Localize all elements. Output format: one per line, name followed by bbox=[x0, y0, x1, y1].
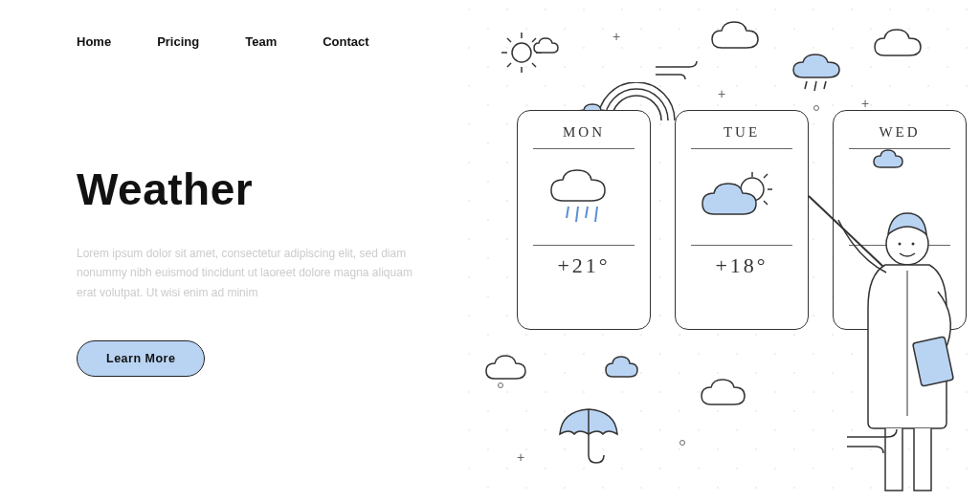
divider bbox=[691, 245, 792, 246]
page-title: Weather bbox=[77, 164, 459, 215]
nav-home[interactable]: Home bbox=[77, 34, 111, 49]
sparkle-icon: + bbox=[612, 29, 620, 44]
temperature-value: +18° bbox=[685, 253, 798, 278]
svg-point-24 bbox=[912, 243, 915, 246]
top-nav: Home Pricing Team Contact bbox=[77, 34, 459, 49]
dot-icon bbox=[498, 382, 503, 388]
weather-rain-icon bbox=[527, 149, 640, 245]
wind-icon bbox=[842, 426, 909, 459]
day-label: WED bbox=[843, 124, 956, 141]
nav-team[interactable]: Team bbox=[245, 34, 277, 49]
rain-cloud-blue-icon bbox=[790, 53, 857, 100]
nav-pricing[interactable]: Pricing bbox=[157, 34, 199, 49]
svg-line-11 bbox=[824, 81, 826, 89]
small-cloud-icon bbox=[531, 36, 569, 60]
svg-point-23 bbox=[899, 243, 902, 246]
weather-partly-cloudy-icon bbox=[685, 149, 798, 245]
svg-line-14 bbox=[586, 207, 588, 218]
cloud-outline-icon bbox=[871, 27, 938, 65]
cloud-icon bbox=[483, 354, 541, 387]
svg-line-12 bbox=[567, 207, 568, 218]
dot-icon bbox=[679, 440, 685, 446]
day-label: TUE bbox=[685, 124, 798, 141]
cloud-icon bbox=[699, 378, 761, 414]
day-label: MON bbox=[527, 124, 640, 141]
svg-line-7 bbox=[507, 63, 511, 67]
svg-line-15 bbox=[595, 207, 597, 222]
svg-line-9 bbox=[805, 81, 807, 89]
sparkle-icon: + bbox=[517, 449, 524, 465]
svg-line-10 bbox=[814, 81, 816, 91]
divider bbox=[533, 245, 635, 246]
sparkle-icon: + bbox=[718, 86, 725, 101]
svg-line-6 bbox=[532, 63, 536, 67]
forecast-card-tue: TUE +18° bbox=[675, 110, 809, 330]
svg-line-20 bbox=[764, 201, 768, 205]
svg-line-19 bbox=[764, 174, 768, 178]
hero-panel: Home Pricing Team Contact Weather Lorem … bbox=[0, 0, 459, 502]
illustration-panel: MON +21° TUE bbox=[459, 0, 980, 502]
cloud-icon bbox=[708, 19, 775, 57]
svg-line-13 bbox=[576, 207, 578, 222]
temperature-value: +21° bbox=[527, 253, 640, 278]
small-blue-cloud-icon bbox=[871, 148, 919, 175]
blue-cloud-icon bbox=[603, 354, 656, 384]
sparkle-icon: + bbox=[861, 96, 869, 111]
svg-point-0 bbox=[512, 43, 531, 62]
hero-subtitle: Lorem ipsum dolor sit amet, consectetur … bbox=[77, 244, 421, 302]
forecast-card-mon: MON +21° bbox=[517, 110, 651, 330]
learn-more-button[interactable]: Learn More bbox=[77, 340, 205, 377]
svg-line-5 bbox=[507, 38, 511, 42]
umbrella-icon bbox=[555, 402, 622, 469]
nav-contact[interactable]: Contact bbox=[323, 34, 368, 49]
dot-icon bbox=[813, 105, 819, 111]
